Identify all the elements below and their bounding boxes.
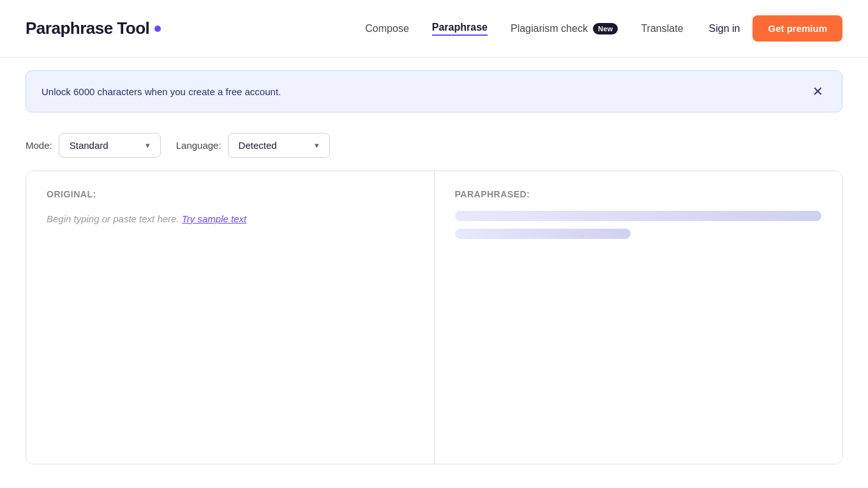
language-label: Language: bbox=[176, 140, 221, 151]
language-chevron-icon: ▾ bbox=[315, 141, 319, 150]
paraphrased-pane-label: Paraphrased: bbox=[455, 189, 822, 199]
nav-plagiarism-group: Plagiarism check New bbox=[511, 23, 618, 34]
mode-label: Mode: bbox=[26, 140, 52, 151]
language-control-group: Language: Detected ▾ bbox=[176, 133, 330, 158]
mode-select[interactable]: Standard ▾ bbox=[59, 133, 161, 158]
try-sample-link[interactable]: Try sample text bbox=[182, 213, 246, 224]
skeleton-lines bbox=[455, 211, 822, 239]
mode-chevron-icon: ▾ bbox=[146, 141, 150, 150]
logo-dot bbox=[154, 26, 161, 32]
sign-in-link[interactable]: Sign in bbox=[709, 23, 740, 34]
original-pane: Original: Begin typing or paste text her… bbox=[26, 171, 435, 464]
banner-text: Unlock 6000 characters when you create a… bbox=[41, 86, 281, 97]
promo-banner: Unlock 6000 characters when you create a… bbox=[26, 70, 842, 112]
app-header: Paraphrase Tool Compose Paraphrase Plagi… bbox=[0, 0, 868, 57]
skeleton-line-2 bbox=[455, 229, 631, 239]
mode-value: Standard bbox=[70, 140, 108, 151]
main-nav: Compose Paraphrase Plagiarism check New … bbox=[365, 22, 683, 36]
nav-plagiarism-check[interactable]: Plagiarism check bbox=[511, 23, 588, 34]
logo-link[interactable]: Paraphrase Tool bbox=[26, 19, 161, 38]
new-badge: New bbox=[593, 23, 618, 34]
get-premium-button[interactable]: Get premium bbox=[752, 15, 842, 42]
skeleton-line-1 bbox=[455, 211, 822, 221]
header-actions: Sign in Get premium bbox=[709, 15, 842, 42]
nav-translate[interactable]: Translate bbox=[641, 23, 683, 34]
original-placeholder-text: Begin typing or paste text here. Try sam… bbox=[47, 211, 414, 227]
controls-row: Mode: Standard ▾ Language: Detected ▾ bbox=[0, 125, 868, 171]
original-pane-label: Original: bbox=[47, 189, 414, 199]
nav-paraphrase[interactable]: Paraphrase bbox=[432, 22, 488, 36]
logo-text: Paraphrase Tool bbox=[26, 19, 149, 38]
language-value: Detected bbox=[239, 140, 277, 151]
language-select[interactable]: Detected ▾ bbox=[228, 133, 330, 158]
nav-compose[interactable]: Compose bbox=[365, 23, 408, 34]
banner-close-button[interactable]: ✕ bbox=[809, 82, 827, 100]
editor-container: Original: Begin typing or paste text her… bbox=[26, 171, 842, 464]
mode-control-group: Mode: Standard ▾ bbox=[26, 133, 161, 158]
paraphrased-pane: Paraphrased: bbox=[435, 171, 842, 464]
